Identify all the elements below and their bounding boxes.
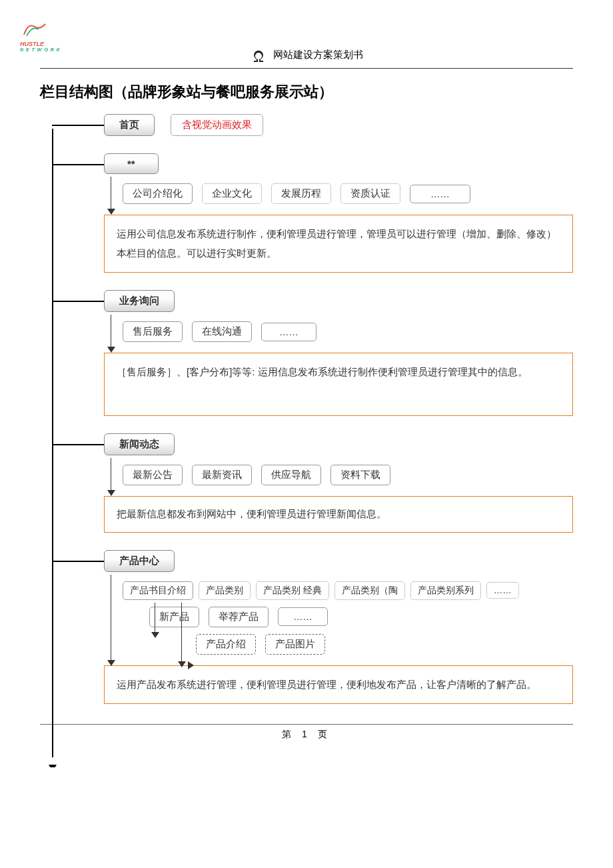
footer-pagenum: 1 bbox=[302, 729, 311, 739]
section-business: 业务询问 售后服务 在线沟通 …… ［售后服务］、[客户分布]等等: 运用信息发… bbox=[64, 290, 573, 416]
node-news: 新闻动态 bbox=[104, 433, 175, 455]
arrow-down-icon bbox=[107, 209, 115, 215]
omega-icon bbox=[250, 47, 267, 64]
node-business: 业务询问 bbox=[104, 290, 175, 312]
arrow-down-icon bbox=[178, 661, 186, 667]
doc-header: 网站建设方案策划书 bbox=[40, 47, 573, 64]
item-box: 资质认证 bbox=[340, 183, 400, 204]
item-box: …… bbox=[278, 607, 328, 626]
item-box: 产品书目介绍 bbox=[123, 581, 193, 600]
page: HUSTLE N E T W O R K 网站建设方案策划书 栏目结构图（品牌形… bbox=[0, 0, 613, 767]
footer-prefix: 第 bbox=[282, 729, 295, 739]
sub-vline bbox=[111, 177, 111, 210]
item-box: 产品图片 bbox=[265, 634, 325, 655]
item-box: 产品类别 经典 bbox=[256, 581, 329, 600]
item-box: 公司介绍化 bbox=[123, 183, 193, 204]
footer-divider bbox=[40, 724, 573, 725]
inner-vline2 bbox=[181, 603, 182, 663]
doc-header-title: 网站建设方案策划书 bbox=[273, 49, 363, 61]
item-box: 产品类别 bbox=[199, 581, 251, 600]
desc-product: 运用产品发布系统进行管理，便利管理员进行管理，便利地发布产品，让客户清晰的了解产… bbox=[104, 665, 573, 705]
product-row3: 产品介绍 产品图片 bbox=[196, 634, 573, 655]
section-product: 产品中心 产品书目介绍 产品类别 产品类别 经典 产品类别（陶 产品类别系列 …… bbox=[64, 550, 573, 705]
connector bbox=[52, 444, 104, 445]
desc-about: 运用公司信息发布系统进行制作，便利管理员进行管理，管理员可以进行管理（增加、删除… bbox=[104, 215, 573, 273]
item-box: 新产品 bbox=[149, 607, 199, 627]
node-about: ** bbox=[104, 153, 159, 174]
item-box: 最新资讯 bbox=[192, 465, 252, 485]
main-trunk-line bbox=[52, 129, 53, 757]
logo-mark-icon bbox=[20, 20, 51, 40]
section-news: 新闻动态 最新公告 最新资讯 供应导航 资料下载 把最新信息都发布到网站中，便利… bbox=[64, 433, 573, 533]
note-home: 含视觉动画效果 bbox=[171, 114, 263, 136]
business-items: 售后服务 在线沟通 …… bbox=[123, 321, 573, 342]
item-box: …… bbox=[261, 323, 316, 341]
sub-product: 产品书目介绍 产品类别 产品类别 经典 产品类别（陶 产品类别系列 …… 新产品… bbox=[64, 581, 573, 655]
page-footer: 第 1 页 bbox=[40, 729, 573, 741]
connector bbox=[52, 301, 104, 302]
connector bbox=[52, 125, 104, 126]
arrow-down-icon bbox=[107, 347, 115, 353]
sub-about: 公司介绍化 企业文化 发展历程 资质认证 …… bbox=[64, 183, 573, 204]
item-box: 资料下载 bbox=[330, 465, 390, 485]
item-box: 产品介绍 bbox=[196, 634, 256, 655]
item-box: …… bbox=[486, 582, 519, 599]
item-box: 最新公告 bbox=[123, 465, 183, 485]
connector bbox=[52, 164, 104, 165]
page-title: 栏目结构图（品牌形象站与餐吧服务展示站） bbox=[40, 82, 573, 102]
arrow-down-icon bbox=[107, 490, 115, 496]
item-box: …… bbox=[410, 185, 470, 203]
trunk-arrow-icon bbox=[49, 765, 57, 767]
node-home: 首页 bbox=[104, 114, 155, 136]
item-box: 企业文化 bbox=[202, 183, 262, 204]
desc-news: 把最新信息都发布到网站中，便利管理员进行管理新闻信息。 bbox=[104, 496, 573, 533]
item-box: 产品类别（陶 bbox=[334, 581, 405, 600]
structure-diagram: 首页 含视觉动画效果 ** 公司介绍化 企业文化 发展历程 资质认证 …… 运用… bbox=[40, 114, 573, 704]
product-row1: 产品书目介绍 产品类别 产品类别 经典 产品类别（陶 产品类别系列 …… bbox=[123, 581, 573, 600]
row-home: 首页 含视觉动画效果 bbox=[64, 114, 573, 136]
item-box: 产品类别系列 bbox=[410, 581, 481, 600]
sub-vline bbox=[111, 315, 111, 348]
item-box: 发展历程 bbox=[271, 183, 331, 204]
arrow-down-icon bbox=[107, 660, 115, 666]
item-box: 供应导航 bbox=[261, 465, 321, 485]
about-items: 公司介绍化 企业文化 发展历程 资质认证 …… bbox=[123, 183, 573, 204]
news-items: 最新公告 最新资讯 供应导航 资料下载 bbox=[123, 465, 573, 485]
connector bbox=[52, 561, 104, 562]
sub-news: 最新公告 最新资讯 供应导航 资料下载 bbox=[64, 465, 573, 485]
logo-text-1: HUSTLE bbox=[20, 41, 61, 47]
sub-vline bbox=[111, 458, 111, 491]
item-box: 售后服务 bbox=[123, 321, 183, 342]
inner-vline bbox=[155, 603, 155, 633]
product-inner: 新产品 举荐产品 …… 产品介绍 产品图片 bbox=[83, 607, 573, 655]
section-about: ** 公司介绍化 企业文化 发展历程 资质认证 …… 运用公司信息发布系统进行制… bbox=[64, 153, 573, 273]
logo: HUSTLE N E T W O R K bbox=[20, 20, 61, 52]
arrow-down-icon bbox=[151, 632, 159, 638]
item-box: 举荐产品 bbox=[209, 607, 269, 627]
desc-business: ［售后服务］、[客户分布]等等: 运用信息发布系统进行制作便利管理员进行管理其中… bbox=[104, 353, 573, 416]
arrow-right-icon bbox=[188, 661, 194, 669]
node-product: 产品中心 bbox=[104, 550, 175, 572]
footer-suffix: 页 bbox=[318, 729, 331, 739]
logo-text-2: N E T W O R K bbox=[20, 47, 61, 52]
sub-business: 售后服务 在线沟通 …… bbox=[64, 321, 573, 342]
header-divider bbox=[40, 68, 573, 69]
product-row2: 新产品 举荐产品 …… bbox=[149, 607, 573, 627]
item-box: 在线沟通 bbox=[192, 321, 252, 342]
